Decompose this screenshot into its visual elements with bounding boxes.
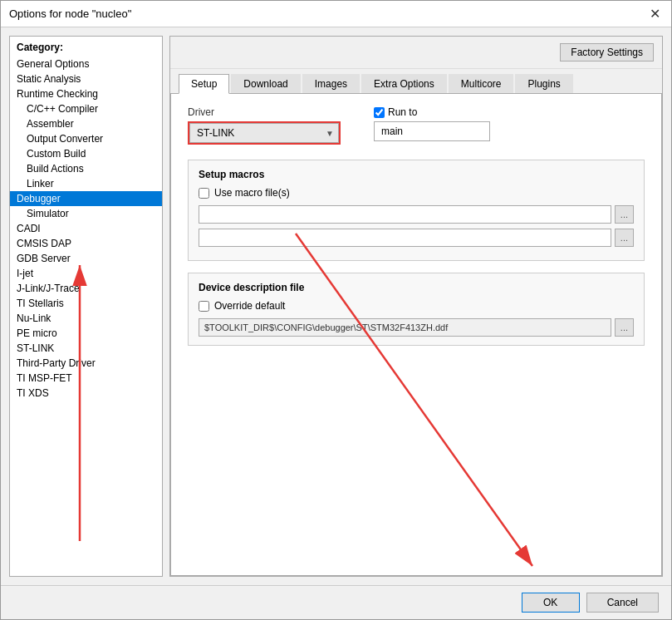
category-item-assembler[interactable]: Assembler [10, 116, 162, 131]
tab-setup[interactable]: Setup [179, 74, 229, 94]
driver-label: Driver [188, 106, 341, 118]
setup-macros-title: Setup macros [199, 169, 634, 180]
override-default-label: Override default [214, 300, 285, 312]
category-item-simulator[interactable]: Simulator [10, 206, 162, 221]
category-item-cmsis-dap[interactable]: CMSIS DAP [10, 236, 162, 251]
device-desc-title: Device description file [199, 282, 634, 293]
dialog-title: Options for node "nucleo" [9, 7, 131, 20]
tab-plugins[interactable]: Plugins [515, 74, 572, 93]
category-item-output-converter[interactable]: Output Converter [10, 131, 162, 146]
category-item-general-options[interactable]: General Options [10, 57, 162, 71]
driver-run-row: Driver ST-LINK ▼ [188, 106, 645, 145]
main-dialog: Options for node "nucleo" ✕ Category: Ge… [0, 0, 672, 620]
category-item-third-party-driver[interactable]: Third-Party Driver [10, 356, 162, 371]
driver-select-container: ST-LINK ▼ [189, 123, 339, 143]
category-item-st-link[interactable]: ST-LINK [10, 341, 162, 356]
category-item-cadi[interactable]: CADI [10, 221, 162, 236]
use-macro-row: Use macro file(s) [199, 187, 634, 199]
macro-input-row-2: ... [199, 229, 634, 247]
category-item-linker[interactable]: Linker [10, 176, 162, 191]
cancel-button[interactable]: Cancel [586, 593, 659, 613]
category-item-gdb-server[interactable]: GDB Server [10, 251, 162, 266]
category-item-ti-stellaris[interactable]: TI Stellaris [10, 296, 162, 311]
category-item-ti-xds[interactable]: TI XDS [10, 386, 162, 401]
setup-macros-section: Setup macros Use macro file(s) ... ... [188, 160, 645, 261]
use-macro-checkbox[interactable] [199, 188, 209, 199]
macro-input-row-1: ... [199, 205, 634, 224]
use-macro-label: Use macro file(s) [214, 187, 290, 199]
device-input-row: ... [199, 318, 634, 337]
driver-select-wrapper: ST-LINK ▼ [188, 121, 341, 145]
driver-select[interactable]: ST-LINK [189, 123, 339, 143]
category-item-static-analysis[interactable]: Static Analysis [10, 71, 162, 86]
factory-settings-button[interactable]: Factory Settings [560, 43, 654, 62]
close-button[interactable]: ✕ [646, 6, 663, 22]
override-default-row: Override default [199, 300, 634, 312]
macro-browse-btn-1[interactable]: ... [615, 205, 634, 224]
category-item-jlink-jtrace[interactable]: J-Link/J-Trace [10, 281, 162, 296]
category-item-build-actions[interactable]: Build Actions [10, 161, 162, 176]
ok-button[interactable]: OK [522, 593, 580, 613]
category-item-i-jet[interactable]: I-jet [10, 266, 162, 281]
category-item-runtime-checking[interactable]: Runtime Checking [10, 86, 162, 101]
device-path-input[interactable] [199, 318, 611, 337]
right-panel: Factory Settings SetupDownloadImagesExtr… [169, 36, 663, 577]
tabs-row: SetupDownloadImagesExtra OptionsMulticor… [170, 69, 662, 94]
left-panel: Category: General OptionsStatic Analysis… [9, 36, 163, 577]
factory-settings-bar: Factory Settings [170, 37, 662, 69]
category-item-ti-msp-fet[interactable]: TI MSP-FET [10, 371, 162, 386]
run-to-group: Run to [374, 106, 490, 141]
driver-group: Driver ST-LINK ▼ [188, 106, 341, 145]
category-list: General OptionsStatic AnalysisRuntime Ch… [10, 57, 162, 576]
category-item-cpp-compiler[interactable]: C/C++ Compiler [10, 101, 162, 116]
category-item-debugger[interactable]: Debugger [10, 191, 162, 206]
category-item-custom-build[interactable]: Custom Build [10, 146, 162, 161]
device-desc-section: Device description file Override default… [188, 273, 645, 346]
tab-content: Driver ST-LINK ▼ [170, 94, 662, 576]
macro-input-1[interactable] [199, 205, 611, 224]
tab-download[interactable]: Download [231, 74, 300, 93]
run-to-checkbox[interactable] [374, 107, 385, 118]
dialog-body: Category: General OptionsStatic Analysis… [1, 27, 671, 585]
tab-extra-options[interactable]: Extra Options [361, 74, 447, 93]
category-item-pe-micro[interactable]: PE micro [10, 326, 162, 341]
device-browse-btn[interactable]: ... [615, 318, 634, 337]
macro-input-2[interactable] [199, 229, 611, 247]
title-bar: Options for node "nucleo" ✕ [1, 1, 671, 27]
run-to-input[interactable] [374, 121, 490, 141]
override-default-checkbox[interactable] [199, 301, 209, 312]
category-label: Category: [10, 37, 162, 57]
category-item-nu-link[interactable]: Nu-Link [10, 311, 162, 326]
tab-multicore[interactable]: Multicore [449, 74, 514, 93]
dialog-footer: OK Cancel [1, 585, 671, 619]
macro-browse-btn-2[interactable]: ... [615, 229, 634, 247]
run-to-label: Run to [374, 106, 490, 118]
tab-images[interactable]: Images [302, 74, 360, 93]
